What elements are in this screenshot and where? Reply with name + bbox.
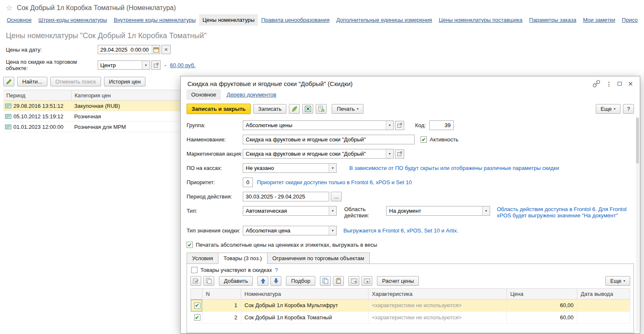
nav-tab-extra-units[interactable]: Дополнительные единицы измерения — [333, 14, 435, 26]
print-button[interactable]: Печать▾ — [332, 104, 364, 114]
copy-icon[interactable] — [320, 276, 331, 286]
close-icon[interactable]: ✕ — [628, 81, 633, 87]
get-link-icon[interactable] — [593, 80, 600, 87]
activity-checkbox[interactable]: Активность — [421, 136, 458, 143]
row-checkbox[interactable] — [194, 303, 200, 309]
calendar-icon[interactable] — [152, 45, 160, 54]
participate-checkbox[interactable] — [191, 267, 197, 273]
tab-restrictions[interactable]: Ограничения по торговым объектам — [267, 253, 370, 264]
move-down-icon[interactable] — [270, 276, 281, 286]
favorite-star-icon[interactable]: ☆ — [6, 4, 13, 12]
dialog-tab-main[interactable]: Основное — [187, 89, 221, 100]
type-input[interactable] — [243, 206, 329, 215]
nav-tab-order-params[interactable]: Параметры заказа — [526, 14, 579, 26]
nav-tab-main[interactable]: Основное — [3, 14, 35, 26]
dialog-tab-doc-tree[interactable]: Дерево документов — [226, 89, 277, 100]
print-prices-checkbox[interactable]: Печатать абсолютные цены на ценниках и э… — [187, 242, 377, 248]
price-table: Период Категория цен 29.08.2016 13:51:12… — [3, 90, 181, 132]
col-nomenclature: Номенклатура — [241, 289, 369, 300]
load-table-icon[interactable] — [348, 276, 359, 286]
print-price-tags-icon[interactable] — [316, 104, 327, 114]
help-button[interactable]: ? — [623, 104, 634, 114]
date-input[interactable] — [98, 45, 152, 54]
price-row[interactable]: 05.10.2012 15:19:12 Розничная — [3, 111, 181, 122]
store-dropdown-icon[interactable]: ▾ — [142, 61, 150, 69]
store-input[interactable] — [98, 61, 142, 69]
scope-label: Область действия: — [344, 206, 376, 219]
row-checkbox[interactable] — [194, 314, 200, 321]
clear-date-icon[interactable]: ✕ — [161, 45, 171, 54]
price-row[interactable]: 01.01.2023 12:00:00 Розничная для МРМ — [3, 122, 181, 132]
row-characteristic: <характеристики не используются> — [369, 300, 507, 312]
print-prices-checkbox-box[interactable] — [187, 242, 193, 248]
save-table-icon[interactable] — [361, 276, 372, 286]
price-history-button[interactable]: История цен — [104, 77, 146, 86]
pick-button[interactable]: Подбор — [286, 276, 315, 286]
group-input[interactable] — [243, 121, 386, 130]
save-and-close-button[interactable]: Записать и закрыть — [187, 104, 251, 114]
discount-price-link[interactable]: 60,00 руб. — [170, 62, 195, 68]
marketing-dropdown-icon[interactable]: ▾ — [386, 149, 393, 158]
price-record-icon — [5, 104, 11, 108]
pos-software-input[interactable] — [243, 164, 329, 172]
value-type-dropdown-icon[interactable]: ▾ — [329, 226, 336, 235]
group-open-icon[interactable] — [395, 121, 404, 130]
page-header: ☆ Сок Добрый 1л Коробка Томатный (Номенк… — [0, 0, 644, 12]
marketing-open-icon[interactable] — [395, 149, 404, 159]
product-row[interactable]: 2 Сок Добрый 1л Коробка Томатный <характ… — [191, 311, 630, 324]
store-open-icon[interactable] — [151, 60, 161, 70]
check-all-icon[interactable] — [190, 276, 201, 286]
nav-tab-supplier-prices[interactable]: Цены номенклатуры поставщика — [435, 14, 526, 26]
dialog-scrollbar[interactable] — [636, 117, 639, 331]
participate-help-icon[interactable]: ? — [275, 267, 278, 273]
col-category: Категория цен — [71, 90, 181, 100]
nav-tab-barcodes[interactable]: Штрих-коды номенклатуры — [35, 14, 111, 26]
products-more-button[interactable]: Еще▾ — [605, 276, 630, 286]
price-row[interactable]: 29.08.2016 13:51:12 Закупочная (RUB) — [3, 101, 181, 111]
tab-conditions[interactable]: Условия — [187, 253, 218, 264]
nav-tab-pricing-rules[interactable]: Правила ценообразования — [258, 14, 333, 26]
nav-tab-attached[interactable]: Присо — [618, 14, 641, 26]
edit-pencil-icon[interactable] — [3, 77, 14, 86]
priority-input[interactable] — [243, 177, 253, 187]
paste-icon[interactable] — [333, 276, 344, 286]
maximize-icon[interactable] — [618, 82, 622, 86]
scope-input[interactable] — [387, 206, 482, 215]
more-menu-icon[interactable]: ⋮ — [606, 81, 612, 87]
value-type-input[interactable] — [243, 226, 329, 235]
nav-tab-prices[interactable]: Цены номенклатуры — [199, 14, 258, 26]
pos-dropdown-icon[interactable]: ▾ — [329, 164, 336, 172]
find-button[interactable]: Найти... — [17, 77, 47, 86]
discount-row: Цена по скидке на торговом объекте: ▾ - … — [6, 59, 644, 71]
value-type-label: Тип значения скидки: — [187, 227, 243, 234]
calc-price-button[interactable]: Расчет цены — [377, 276, 419, 286]
cancel-search-button[interactable]: Отменить поиск — [50, 77, 101, 86]
product-row[interactable]: 1 Сок Добрый 1л Коробка Мультифрут <хара… — [191, 300, 630, 312]
date-label: Цены на дату: — [6, 47, 98, 53]
scrollbar-thumb[interactable] — [636, 117, 639, 164]
scope-dropdown-icon[interactable]: ▾ — [482, 206, 490, 215]
code-label: Код: — [415, 122, 426, 128]
code-input[interactable] — [429, 120, 454, 130]
move-up-icon[interactable] — [257, 276, 268, 286]
marketing-input[interactable] — [243, 149, 386, 158]
excel-export-icon[interactable] — [302, 104, 313, 114]
nav-tab-my-notes[interactable]: Мои заметки — [579, 14, 618, 26]
post-feather-icon[interactable] — [289, 104, 300, 114]
date-row: Цены на дату: ✕ — [6, 45, 644, 54]
activity-checkbox-box[interactable] — [421, 136, 427, 143]
add-button[interactable]: Добавить — [219, 276, 253, 286]
period-ellipsis-button[interactable]: ... — [331, 192, 342, 201]
save-button[interactable]: Записать — [253, 104, 287, 114]
row-characteristic: <характеристики не используются> — [369, 311, 507, 324]
name-input[interactable] — [243, 135, 415, 144]
products-panel: Товары участвуют в скидках ? Добавить По… — [187, 264, 634, 333]
more-button[interactable]: Еще▾ — [596, 104, 621, 114]
group-dropdown-icon[interactable]: ▾ — [386, 121, 393, 130]
period-input[interactable] — [243, 192, 329, 201]
nav-tab-internal-codes[interactable]: Внутренние коды номенклатуры — [110, 14, 199, 26]
uncheck-all-icon[interactable] — [203, 276, 214, 286]
type-dropdown-icon[interactable]: ▾ — [329, 206, 336, 215]
dialog-titlebar: Скидка на фруктовые и ягодные соки "Добр… — [181, 76, 640, 89]
tab-products[interactable]: Товары (3 поз.) — [218, 253, 267, 264]
